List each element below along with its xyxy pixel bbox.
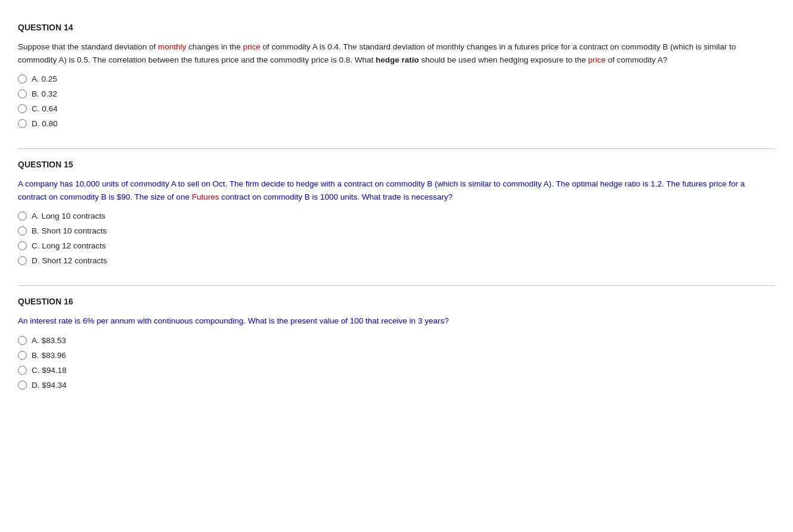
question-14-title: QUESTION 14 (18, 23, 775, 32)
question-15-title: QUESTION 15 (18, 160, 775, 169)
option-15-b-label: B. Short 10 contracts (32, 226, 107, 235)
radio-14-c[interactable] (18, 104, 27, 113)
radio-15-c[interactable] (18, 241, 27, 250)
radio-14-b[interactable] (18, 89, 27, 98)
option-16-c[interactable]: C. $94.18 (18, 366, 775, 375)
option-15-a[interactable]: A. Long 10 contracts (18, 211, 775, 220)
radio-16-d[interactable] (18, 381, 27, 390)
radio-15-a[interactable] (18, 211, 27, 220)
option-14-d[interactable]: D. 0.80 (18, 119, 775, 128)
q14-highlight-price2: price (588, 55, 606, 64)
radio-16-a[interactable] (18, 336, 27, 345)
option-16-d[interactable]: D. $94.34 (18, 381, 775, 390)
option-14-c-label: C. 0.64 (32, 104, 58, 113)
option-15-a-label: A. Long 10 contracts (32, 211, 106, 220)
radio-15-d[interactable] (18, 256, 27, 265)
q14-highlight-price: price (243, 42, 261, 51)
option-15-d[interactable]: D. Short 12 contracts (18, 256, 775, 265)
option-16-b[interactable]: B. $83.96 (18, 351, 775, 360)
question-16-title: QUESTION 16 (18, 297, 775, 306)
option-14-d-label: D. 0.80 (32, 119, 58, 128)
q14-highlight-monthly: monthly (158, 42, 186, 51)
question-15-text: A company has 10,000 units of commodity … (18, 178, 775, 203)
q16-highlight: An interest rate is 6% per annum with co… (18, 316, 449, 325)
option-16-c-label: C. $94.18 (32, 366, 67, 375)
question-16-options: A. $83.53 B. $83.96 C. $94.18 D. $94.34 (18, 336, 775, 390)
option-14-c[interactable]: C. 0.64 (18, 104, 775, 113)
option-15-c[interactable]: C. Long 12 contracts (18, 241, 775, 250)
option-16-a[interactable]: A. $83.53 (18, 336, 775, 345)
option-15-b[interactable]: B. Short 10 contracts (18, 226, 775, 235)
option-14-a-label: A. 0.25 (32, 74, 57, 83)
q15-highlight-2: contract on commodity B is 1000 units. W… (219, 192, 453, 201)
question-14: QUESTION 14 Suppose that the standard de… (18, 12, 775, 149)
radio-16-b[interactable] (18, 351, 27, 360)
question-16: QUESTION 16 An interest rate is 6% per a… (18, 286, 775, 410)
q14-bold: hedge ratio (376, 55, 419, 64)
question-14-options: A. 0.25 B. 0.32 C. 0.64 D. 0.80 (18, 74, 775, 128)
option-16-d-label: D. $94.34 (32, 381, 67, 390)
option-16-a-label: A. $83.53 (32, 336, 66, 345)
radio-16-c[interactable] (18, 366, 27, 375)
option-15-d-label: D. Short 12 contracts (32, 256, 107, 265)
option-14-a[interactable]: A. 0.25 (18, 74, 775, 83)
option-14-b[interactable]: B. 0.32 (18, 89, 775, 98)
q15-highlight-futures: Futures (192, 192, 219, 201)
question-15: QUESTION 15 A company has 10,000 units o… (18, 149, 775, 286)
radio-14-d[interactable] (18, 119, 27, 128)
question-14-text: Suppose that the standard deviation of m… (18, 41, 775, 66)
question-15-options: A. Long 10 contracts B. Short 10 contrac… (18, 211, 775, 265)
radio-15-b[interactable] (18, 226, 27, 235)
option-15-c-label: C. Long 12 contracts (32, 241, 106, 250)
question-16-text: An interest rate is 6% per annum with co… (18, 315, 775, 328)
option-16-b-label: B. $83.96 (32, 351, 66, 360)
option-14-b-label: B. 0.32 (32, 89, 57, 98)
radio-14-a[interactable] (18, 74, 27, 83)
